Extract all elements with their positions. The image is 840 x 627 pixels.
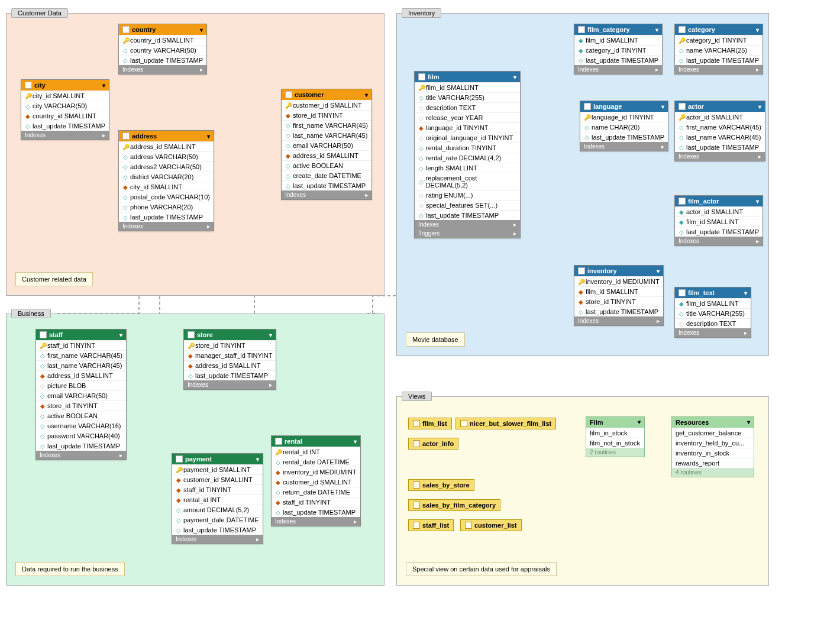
column-row[interactable]: ◆ country_id SMALLINT xyxy=(21,111,109,121)
column-row[interactable]: ◇ address VARCHAR(50) xyxy=(119,151,214,161)
table-rental[interactable]: rental ▾ 🔑 rental_id INT ◇ rental_date D… xyxy=(271,435,361,526)
routine-row[interactable]: film_in_stock xyxy=(586,428,644,438)
table-city[interactable]: city ▾ 🔑 city_id SMALLINT ◇ city VARCHAR… xyxy=(21,79,109,140)
column-row[interactable]: 🔑 store_id TINYINT xyxy=(184,340,276,350)
column-row[interactable]: 🔑 film_id SMALLINT xyxy=(415,82,520,92)
indexes-section[interactable]: Indexes▸ xyxy=(675,65,763,74)
table-header[interactable]: customer ▾ xyxy=(282,89,371,100)
column-row[interactable]: ◇ first_name VARCHAR(45) xyxy=(675,122,765,132)
view-sales_by_store[interactable]: sales_by_store xyxy=(408,479,474,491)
column-row[interactable]: 🔑 staff_id TINYINT xyxy=(36,340,126,350)
column-row[interactable]: ◆ film_id SMALLINT xyxy=(574,286,663,296)
column-row[interactable]: ◇ last_update TIMESTAMP xyxy=(119,55,206,65)
table-header[interactable]: country ▾ xyxy=(119,24,206,35)
column-row[interactable]: 🔑 actor_id SMALLINT xyxy=(675,112,765,122)
indexes-section[interactable]: Indexes▸ xyxy=(21,131,109,140)
view-customer_list[interactable]: customer_list xyxy=(460,519,522,531)
column-row[interactable]: ◆ film_id SMALLINT xyxy=(675,216,763,227)
column-row[interactable]: ◇ city VARCHAR(50) xyxy=(21,101,109,111)
indexes-section[interactable]: Indexes▸ xyxy=(675,237,763,245)
column-row[interactable]: 🔑 customer_id SMALLINT xyxy=(282,100,371,110)
column-row[interactable]: ◇ last_update TIMESTAMP xyxy=(36,441,126,451)
indexes-section[interactable]: Indexes▸ xyxy=(184,380,276,389)
column-row[interactable]: ◇ picture BLOB xyxy=(36,380,126,390)
routine-row[interactable]: film_not_in_stock xyxy=(586,438,644,448)
column-row[interactable]: ◇ last_update TIMESTAMP xyxy=(675,55,763,65)
column-row[interactable]: ◆ city_id SMALLINT xyxy=(119,182,214,192)
table-header[interactable]: payment ▾ xyxy=(172,454,263,464)
column-row[interactable]: ◇ last_update TIMESTAMP xyxy=(675,142,765,152)
indexes-section[interactable]: Indexes▸ xyxy=(172,535,263,544)
column-row[interactable]: ◇ district VARCHAR(20) xyxy=(119,172,214,182)
column-row[interactable]: ◇ active BOOLEAN xyxy=(36,411,126,421)
table-header[interactable]: language ▾ xyxy=(580,101,668,112)
table-film_actor[interactable]: film_actor ▾ ◆ actor_id SMALLINT ◆ film_… xyxy=(674,195,763,246)
column-row[interactable]: ◇ rental_rate DECIMAL(4,2) xyxy=(415,153,520,163)
column-row[interactable]: 🔑 address_id SMALLINT xyxy=(119,141,214,151)
column-row[interactable]: ◇ amount DECIMAL(5,2) xyxy=(172,505,263,515)
table-customer[interactable]: customer ▾ 🔑 customer_id SMALLINT ◆ stor… xyxy=(281,89,372,200)
column-row[interactable]: ◇ special_features SET(...) xyxy=(415,200,520,210)
indexes-section[interactable]: Indexes▸ xyxy=(36,451,126,460)
table-store[interactable]: store ▾ 🔑 store_id TINYINT ◆ manager_sta… xyxy=(183,329,276,390)
table-country[interactable]: country ▾ 🔑 country_id SMALLINT ◇ countr… xyxy=(118,24,207,75)
column-row[interactable]: ◇ last_update TIMESTAMP xyxy=(184,370,276,380)
column-row[interactable]: ◆ inventory_id MEDIUMINT xyxy=(272,467,360,477)
table-header[interactable]: actor ▾ xyxy=(675,101,765,112)
column-row[interactable]: ◇ description TEXT xyxy=(675,318,751,328)
table-header[interactable]: film_category ▾ xyxy=(574,24,662,35)
indexes-section[interactable]: Indexes▸ xyxy=(119,222,214,231)
table-header[interactable]: film_text ▾ xyxy=(675,287,751,298)
column-row[interactable]: ◇ last_name VARCHAR(45) xyxy=(282,130,371,140)
column-row[interactable]: ◇ last_update TIMESTAMP xyxy=(272,507,360,517)
column-row[interactable]: ◆ address_id SMALLINT xyxy=(184,360,276,370)
column-row[interactable]: ◇ payment_date DATETIME xyxy=(172,515,263,525)
column-row[interactable]: ◆ film_id SMALLINT xyxy=(675,298,751,308)
indexes-section[interactable]: Indexes▸ xyxy=(415,220,520,229)
column-row[interactable]: ◆ customer_id SMALLINT xyxy=(272,477,360,487)
column-row[interactable]: 🔑 rental_id INT xyxy=(272,447,360,457)
column-row[interactable]: ◆ staff_id TINYINT xyxy=(172,484,263,495)
column-row[interactable]: 🔑 category_id TINYINT xyxy=(675,35,763,45)
column-row[interactable]: ◆ store_id TINYINT xyxy=(36,400,126,411)
column-row[interactable]: ◇ last_name VARCHAR(45) xyxy=(36,360,126,370)
column-row[interactable]: ◇ description TEXT xyxy=(415,102,520,112)
table-header[interactable]: inventory ▾ xyxy=(574,266,663,276)
indexes-section[interactable]: Indexes▸ xyxy=(574,316,663,325)
routine-row[interactable]: rewards_report xyxy=(672,458,754,468)
indexes-section[interactable]: Indexes▸ xyxy=(574,65,662,74)
table-header[interactable]: rental ▾ xyxy=(272,436,360,447)
column-row[interactable]: ◇ last_update TIMESTAMP xyxy=(282,180,371,190)
column-row[interactable]: ◇ release_year YEAR xyxy=(415,112,520,122)
column-row[interactable]: ◇ email VARCHAR(50) xyxy=(36,390,126,400)
view-nicer_but_slower_film_list[interactable]: nicer_but_slower_film_list xyxy=(455,418,556,429)
column-row[interactable]: ◇ last_update TIMESTAMP xyxy=(172,525,263,535)
column-row[interactable]: 🔑 inventory_id MEDIUMINT xyxy=(574,276,663,286)
column-row[interactable]: ◇ create_date DATETIME xyxy=(282,170,371,180)
column-row[interactable]: ◇ last_update TIMESTAMP xyxy=(574,55,662,65)
table-header[interactable]: staff ▾ xyxy=(36,329,126,340)
column-row[interactable]: ◆ manager_staff_id TINYINT xyxy=(184,350,276,360)
table-header[interactable]: film ▾ xyxy=(415,72,520,82)
table-language[interactable]: language ▾ 🔑 language_id TINYINT ◇ name … xyxy=(580,101,668,151)
view-sales_by_film_category[interactable]: sales_by_film_category xyxy=(408,499,500,511)
column-row[interactable]: ◇ last_update TIMESTAMP xyxy=(574,306,663,316)
column-row[interactable]: ◇ title VARCHAR(255) xyxy=(415,92,520,102)
view-staff_list[interactable]: staff_list xyxy=(408,519,454,531)
column-row[interactable]: ◆ customer_id SMALLINT xyxy=(172,474,263,484)
column-row[interactable]: ◇ username VARCHAR(16) xyxy=(36,421,126,431)
table-film_category[interactable]: film_category ▾ ◆ film_id SMALLINT ◆ cat… xyxy=(574,24,663,75)
indexes-section[interactable]: Indexes▸ xyxy=(580,142,668,151)
table-header[interactable]: category ▾ xyxy=(675,24,763,35)
column-row[interactable]: ◆ language_id TINYINT xyxy=(415,122,520,132)
column-row[interactable]: ◇ return_date DATETIME xyxy=(272,487,360,497)
column-row[interactable]: ◆ store_id TINYINT xyxy=(574,296,663,306)
table-header[interactable]: address ▾ xyxy=(119,131,214,141)
column-row[interactable]: ◇ phone VARCHAR(20) xyxy=(119,202,214,212)
column-row[interactable]: ◇ last_name VARCHAR(45) xyxy=(675,132,765,142)
column-row[interactable]: ◇ last_update TIMESTAMP xyxy=(580,132,668,142)
column-row[interactable]: ◇ rating ENUM(...) xyxy=(415,190,520,200)
indexes-section[interactable]: Indexes▸ xyxy=(282,190,371,199)
column-row[interactable]: ◇ name CHAR(20) xyxy=(580,122,668,132)
routine-group-resources[interactable]: Resources▾ get_customer_balance inventor… xyxy=(671,416,754,477)
